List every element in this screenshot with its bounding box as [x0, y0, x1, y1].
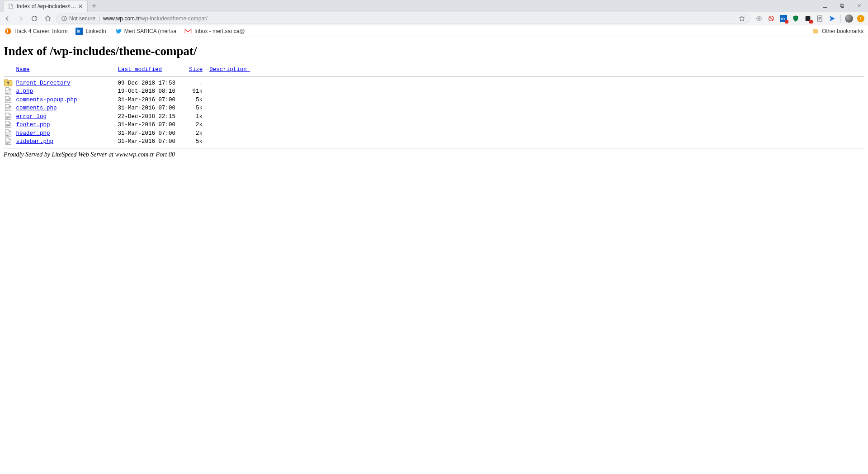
listing-divider [4, 148, 864, 148]
extension-globe-icon[interactable] [755, 14, 763, 23]
browser-tab[interactable]: Index of /wp-includes/theme-co [4, 0, 88, 12]
url-host: www.wp.com.tr [103, 15, 140, 22]
reload-button[interactable] [31, 15, 38, 22]
gmail-icon [184, 28, 192, 35]
window-close-button[interactable] [851, 0, 868, 12]
extension-linkedin-icon[interactable]: in [779, 14, 788, 23]
extension-note-icon[interactable] [816, 14, 824, 23]
file-icon [4, 129, 11, 136]
listing-divider [4, 76, 864, 76]
file-icon [4, 113, 11, 119]
page-favicon-icon [8, 3, 14, 9]
file-link[interactable]: sidebar.php [16, 138, 54, 145]
page-content: Index of /wp-includes/theme-compat/ Name… [0, 37, 868, 176]
twitter-icon [114, 28, 122, 35]
other-bookmarks-button[interactable]: Other bookmarks [812, 28, 863, 35]
bookmark-item[interactable]: Mert SARICA (mertsa [114, 28, 176, 35]
extension-icons: in ! [755, 14, 864, 23]
parent-folder-icon [4, 79, 11, 85]
server-footer: Proudly Served by LiteSpeed Web Server a… [4, 151, 864, 158]
file-link[interactable]: Parent Directory [16, 80, 71, 86]
file-link[interactable]: footer.php [16, 122, 50, 128]
bookmark-label: LinkedIn [85, 28, 106, 34]
file-link[interactable]: comments.php [16, 105, 57, 111]
not-secure-label: Not secure [69, 15, 95, 22]
omnibox-divider [99, 15, 99, 22]
address-bar[interactable]: Not secure www.wp.com.tr/wp-includes/the… [56, 14, 750, 24]
svg-rect-17 [4, 79, 8, 81]
svg-text:in: in [781, 16, 785, 21]
svg-point-11 [5, 28, 11, 34]
file-icon [4, 87, 11, 94]
browser-toolbar: Not secure www.wp.com.tr/wp-includes/the… [0, 12, 868, 25]
file-icon [4, 96, 11, 102]
url-text: www.wp.com.tr/wp-includes/theme-compat/ [103, 15, 208, 22]
svg-rect-0 [840, 4, 843, 7]
svg-text:i: i [7, 29, 8, 33]
url-path: /wp-includes/theme-compat/ [140, 15, 208, 22]
other-bookmarks-label: Other bookmarks [822, 28, 863, 34]
nav-buttons [4, 15, 52, 22]
extension-block-icon[interactable] [767, 14, 775, 23]
tab-title: Index of /wp-includes/theme-co [17, 3, 77, 9]
back-button[interactable] [4, 15, 11, 22]
page-heading: Index of /wp-includes/theme-compat/ [4, 44, 864, 58]
file-link[interactable]: header.php [16, 130, 50, 137]
file-icon [4, 137, 11, 144]
directory-listing: Name Last modified Size Description Pare… [4, 66, 864, 148]
extension-shield-icon[interactable] [792, 14, 800, 23]
bookmark-label: Hack 4 Career, Inform [14, 28, 67, 34]
folder-icon [812, 28, 819, 35]
svg-rect-1 [841, 5, 844, 8]
bookmark-item[interactable]: Inbox - mert.sarica@ [184, 28, 245, 35]
bookmark-star-button[interactable] [738, 15, 745, 22]
chrome-update-alert-icon[interactable]: ! [857, 15, 864, 22]
site-info-button[interactable]: Not secure [61, 15, 95, 22]
file-icon [4, 104, 11, 110]
linkedin-icon: in [75, 28, 83, 35]
file-icon [4, 121, 11, 127]
file-link[interactable]: error_log [16, 114, 47, 120]
file-link[interactable]: comments-popup.php [16, 97, 77, 103]
sort-size-link[interactable]: Size [189, 66, 203, 73]
sort-modified-link[interactable]: Last modified [118, 66, 162, 73]
svg-rect-4 [64, 17, 64, 17]
toolbar-divider [840, 14, 841, 23]
extension-send-icon[interactable] [828, 14, 836, 23]
window-maximize-button[interactable] [834, 0, 851, 12]
svg-rect-3 [64, 18, 64, 19]
svg-rect-15 [185, 29, 191, 33]
tab-close-button[interactable] [77, 3, 84, 9]
profile-avatar-button[interactable] [845, 14, 853, 23]
forward-button[interactable] [17, 15, 24, 22]
bookmark-item[interactable]: iHack 4 Career, Inform [5, 28, 67, 35]
browser-titlebar: Index of /wp-includes/theme-co [0, 0, 868, 12]
file-link[interactable]: a.php [16, 88, 33, 95]
sort-name-link[interactable]: Name [16, 66, 30, 73]
extension-puzzle-icon[interactable] [804, 14, 812, 23]
svg-text:in: in [77, 29, 80, 33]
home-button[interactable] [44, 15, 52, 22]
new-tab-button[interactable] [88, 0, 100, 12]
bookmarks-bar: iHack 4 Career, InforminLinkedInMert SAR… [0, 25, 868, 37]
window-controls [816, 0, 868, 12]
bookmark-item[interactable]: inLinkedIn [75, 28, 106, 35]
sort-description-link[interactable]: Description [209, 66, 250, 73]
bookmark-label: Mert SARICA (mertsa [124, 28, 176, 34]
bookmark-label: Inbox - mert.sarica@ [194, 28, 245, 34]
window-minimize-button[interactable] [816, 0, 834, 12]
orange-circle-icon: i [5, 28, 12, 35]
